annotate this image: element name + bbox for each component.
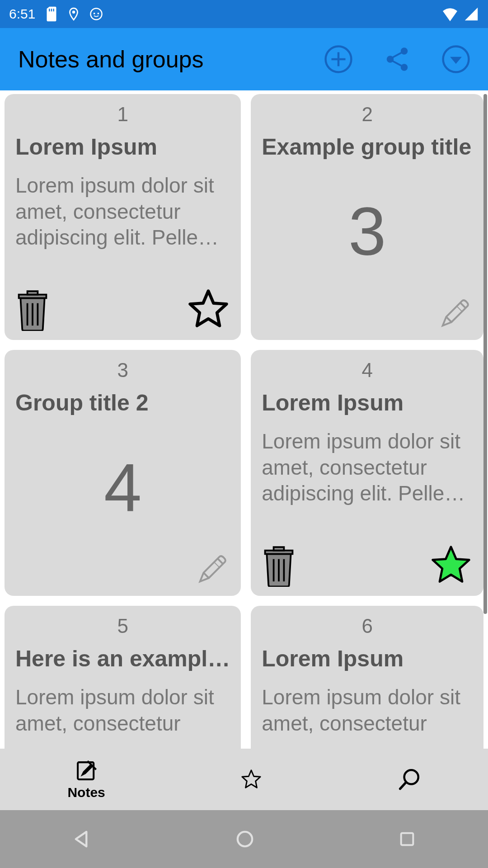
edit-button[interactable]	[195, 552, 230, 587]
group-count: 3	[262, 173, 473, 290]
card-body: Lorem ipsum dolor sit amet, consectetur	[262, 684, 473, 749]
note-card[interactable]: 6 Lorem Ipsum Lorem ipsum dolor sit amet…	[251, 606, 483, 749]
card-body: Lorem ipsum dolor sit amet, consectetur	[15, 684, 230, 749]
card-title: Lorem Ipsum	[15, 134, 230, 160]
svg-line-17	[446, 317, 452, 322]
card-title: Here is an exampl…	[15, 646, 230, 672]
system-nav-bar	[0, 810, 488, 868]
search-icon	[397, 768, 421, 791]
app-bar: Notes and groups	[0, 28, 488, 90]
card-number: 5	[15, 615, 230, 637]
svg-line-27	[400, 783, 406, 789]
group-card[interactable]: 3 Group title 2 4	[5, 350, 241, 596]
svg-point-1	[91, 9, 102, 20]
svg-line-10	[393, 53, 401, 57]
face-icon	[89, 7, 103, 21]
card-body: Lorem ipsum dolor sit amet, consectetur …	[15, 173, 230, 290]
svg-point-0	[72, 11, 75, 14]
status-bar: 6:51	[0, 0, 488, 28]
home-button[interactable]	[235, 829, 255, 849]
back-button[interactable]	[72, 829, 92, 849]
tab-label: Notes	[67, 785, 105, 800]
content-area[interactable]: 1 Lorem Ipsum Lorem ipsum dolor sit amet…	[0, 90, 488, 749]
svg-point-3	[98, 13, 99, 14]
note-card[interactable]: 1 Lorem Ipsum Lorem ipsum dolor sit amet…	[5, 94, 241, 340]
star-button[interactable]	[187, 288, 230, 331]
card-number: 1	[15, 103, 230, 126]
svg-point-2	[94, 13, 95, 14]
svg-line-16	[460, 303, 466, 308]
svg-point-28	[238, 832, 252, 846]
card-number: 2	[262, 103, 473, 126]
share-button[interactable]	[383, 45, 411, 73]
delete-button[interactable]	[15, 288, 50, 331]
card-title: Group title 2	[15, 390, 230, 416]
page-title: Notes and groups	[18, 46, 204, 73]
wifi-icon	[441, 7, 459, 21]
delete-button[interactable]	[262, 543, 296, 587]
dropdown-button[interactable]	[442, 45, 470, 73]
group-count: 4	[15, 429, 230, 546]
tab-favorites[interactable]	[240, 769, 262, 790]
card-number: 6	[262, 615, 473, 637]
svg-rect-29	[401, 833, 413, 845]
add-button[interactable]	[324, 45, 352, 73]
star-icon	[240, 769, 262, 790]
edit-button[interactable]	[437, 296, 473, 331]
tab-search[interactable]	[397, 768, 421, 791]
card-title: Lorem Ipsum	[262, 646, 473, 672]
svg-line-11	[393, 61, 401, 66]
svg-point-9	[401, 64, 408, 71]
recent-apps-button[interactable]	[398, 830, 416, 848]
svg-line-19	[218, 559, 223, 564]
svg-line-18	[457, 306, 462, 311]
group-card[interactable]: 2 Example group title 3	[251, 94, 483, 340]
location-icon	[68, 7, 80, 21]
card-number: 3	[15, 359, 230, 382]
tab-notes[interactable]: Notes	[67, 759, 105, 800]
card-title: Lorem Ipsum	[262, 390, 473, 416]
signal-icon	[464, 7, 479, 21]
svg-line-21	[214, 562, 220, 567]
card-title: Example group title	[262, 134, 473, 160]
note-card[interactable]: 5 Here is an exampl… Lorem ipsum dolor s…	[5, 606, 241, 749]
scrollbar-indicator	[483, 94, 487, 614]
note-card[interactable]: 4 Lorem Ipsum Lorem ipsum dolor sit amet…	[251, 350, 483, 596]
status-time: 6:51	[9, 6, 35, 22]
bottom-tab-bar: Notes	[0, 749, 488, 810]
notes-icon	[74, 759, 99, 783]
card-body: Lorem ipsum dolor sit amet, consectetur …	[262, 429, 473, 546]
star-button-active[interactable]	[429, 543, 473, 587]
svg-point-7	[401, 47, 408, 55]
svg-line-20	[204, 573, 209, 578]
card-number: 4	[262, 359, 473, 382]
sd-card-icon	[45, 6, 58, 22]
